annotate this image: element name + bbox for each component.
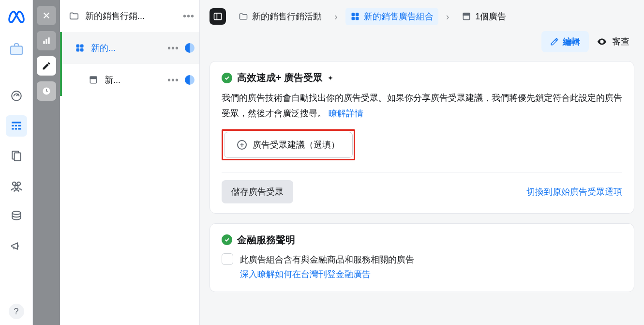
- nav-briefcase-icon[interactable]: [6, 39, 27, 60]
- pencil-icon[interactable]: [37, 56, 56, 76]
- svg-rect-0: [11, 46, 22, 54]
- svg-point-12: [17, 182, 20, 186]
- svg-rect-21: [76, 48, 80, 52]
- review-button-label: 審查: [612, 36, 629, 47]
- grid-icon: [75, 43, 85, 53]
- save-audience-button[interactable]: 儲存廣告受眾: [222, 180, 293, 203]
- nav-billing-icon[interactable]: [6, 205, 27, 227]
- breadcrumb-adset-label: 新的銷售廣告組合: [364, 11, 434, 22]
- switch-audience-link[interactable]: 切換到原始廣告受眾選項: [526, 186, 622, 198]
- breadcrumb-campaign-label: 新的銷售行銷活動: [252, 11, 322, 22]
- edit-button-label: 編輯: [563, 36, 580, 47]
- audience-suggestion-highlight: + 廣告受眾建議（選填）: [222, 129, 355, 160]
- editor-rail: [33, 0, 60, 325]
- svg-rect-20: [80, 45, 84, 48]
- chevron-right-icon: ›: [446, 11, 449, 22]
- tree-campaign-label: 新的銷售行銷...: [85, 10, 177, 22]
- nav-gauge-icon[interactable]: [6, 85, 27, 107]
- svg-rect-15: [43, 41, 45, 44]
- panel-toggle-icon[interactable]: [210, 8, 226, 25]
- eye-icon: [597, 36, 607, 47]
- meta-logo[interactable]: [7, 7, 26, 26]
- nav-documents-icon[interactable]: [6, 145, 27, 167]
- svg-rect-6: [12, 128, 14, 129]
- svg-rect-2: [12, 122, 21, 123]
- tree-ad-row[interactable]: 新... •••: [60, 64, 199, 96]
- audience-card-title: 高效速成+ 廣告受眾: [237, 71, 323, 84]
- nav-megaphone-icon[interactable]: [6, 235, 27, 257]
- check-icon: [222, 73, 232, 83]
- svg-rect-28: [356, 13, 359, 16]
- svg-rect-16: [45, 39, 47, 44]
- svg-rect-27: [351, 13, 355, 16]
- svg-rect-8: [18, 128, 21, 129]
- tree-ad-label: 新...: [105, 74, 162, 86]
- pencil-icon: [550, 37, 559, 46]
- folder-icon: [69, 11, 79, 21]
- close-icon[interactable]: [37, 6, 56, 25]
- finance-checkbox[interactable]: [222, 253, 233, 265]
- breadcrumb-ads[interactable]: 1個廣告: [457, 8, 511, 25]
- svg-rect-7: [15, 128, 16, 129]
- finance-learn-more-link[interactable]: 深入瞭解如何在台灣刊登金融廣告: [240, 267, 414, 282]
- svg-rect-3: [12, 125, 14, 126]
- finance-checkbox-label: 此廣告組合含有與金融商品和服務相關的廣告: [240, 252, 414, 267]
- audience-suggestion-button[interactable]: + 廣告受眾建議（選填）: [224, 132, 353, 158]
- breadcrumb-ads-label: 1個廣告: [475, 11, 506, 22]
- tree-campaign-row[interactable]: 新的銷售行銷... •••: [60, 0, 199, 32]
- svg-point-14: [12, 211, 20, 215]
- svg-rect-29: [351, 17, 355, 20]
- tree-adset-row[interactable]: 新的... •••: [60, 32, 199, 64]
- folder-icon: [239, 12, 248, 21]
- structure-tree: 新的銷售行銷... ••• 新的... ••• 新... •••: [60, 0, 200, 325]
- tree-adset-label: 新的...: [91, 42, 162, 54]
- ad-icon: [88, 75, 99, 85]
- chevron-right-icon: ›: [334, 11, 338, 22]
- svg-point-33: [601, 41, 603, 43]
- breadcrumb: 新的銷售行銷活動 › 新的銷售廣告組合 › 1個廣告: [200, 0, 644, 29]
- svg-rect-30: [356, 17, 359, 20]
- nav-table-icon[interactable]: [6, 115, 27, 137]
- action-bar: 編輯 審查: [200, 29, 644, 59]
- svg-rect-25: [214, 13, 222, 19]
- global-nav-rail: ?: [0, 0, 33, 325]
- divider: [222, 172, 622, 172]
- svg-rect-24: [90, 77, 96, 78]
- svg-rect-5: [18, 125, 21, 126]
- audience-card: 高效速成+ 廣告受眾 ✦ 我們的廣告技術會自動找出你的廣告受眾。如果你分享廣告受…: [210, 61, 634, 214]
- grid-icon: [350, 12, 360, 21]
- svg-point-11: [12, 182, 15, 186]
- nav-audience-icon[interactable]: [6, 175, 27, 197]
- audience-desc-text: 我們的廣告技術會自動找出你的廣告受眾。如果你分享廣告受眾建議，我們將優先鎖定符合…: [222, 93, 622, 118]
- svg-rect-4: [15, 125, 16, 126]
- plus-circle-icon: +: [237, 140, 247, 150]
- clock-icon[interactable]: [37, 81, 56, 101]
- svg-rect-32: [464, 13, 470, 15]
- check-icon: [222, 234, 232, 245]
- breadcrumb-adset[interactable]: 新的銷售廣告組合: [345, 8, 438, 25]
- more-icon[interactable]: •••: [167, 75, 179, 86]
- help-button[interactable]: ?: [9, 304, 24, 319]
- status-indicator-icon: [185, 43, 195, 53]
- edit-button[interactable]: 編輯: [541, 31, 589, 52]
- audience-suggestion-label: 廣告受眾建議（選填）: [253, 139, 340, 151]
- review-button[interactable]: 審查: [597, 36, 629, 47]
- more-icon[interactable]: •••: [167, 43, 179, 54]
- sparkle-icon: ✦: [328, 74, 333, 82]
- svg-rect-10: [14, 153, 20, 161]
- svg-rect-19: [76, 45, 80, 48]
- more-icon[interactable]: •••: [183, 11, 195, 22]
- finance-card-title: 金融服務聲明: [237, 233, 295, 247]
- audience-card-desc: 我們的廣告技術會自動找出你的廣告受眾。如果你分享廣告受眾建議，我們將優先鎖定符合…: [222, 90, 622, 122]
- breadcrumb-campaign[interactable]: 新的銷售行銷活動: [234, 8, 327, 25]
- main-panel: 新的銷售行銷活動 › 新的銷售廣告組合 › 1個廣告 編輯 審查: [200, 0, 644, 325]
- ad-icon: [462, 12, 471, 21]
- learn-more-link[interactable]: 瞭解詳情: [329, 108, 363, 118]
- svg-rect-22: [80, 48, 84, 52]
- svg-rect-17: [48, 37, 49, 44]
- svg-point-13: [15, 186, 18, 189]
- chart-icon[interactable]: [37, 31, 56, 50]
- finance-card: 金融服務聲明 此廣告組合含有與金融商品和服務相關的廣告 深入瞭解如何在台灣刊登金…: [210, 223, 634, 292]
- status-indicator-icon: [185, 75, 195, 85]
